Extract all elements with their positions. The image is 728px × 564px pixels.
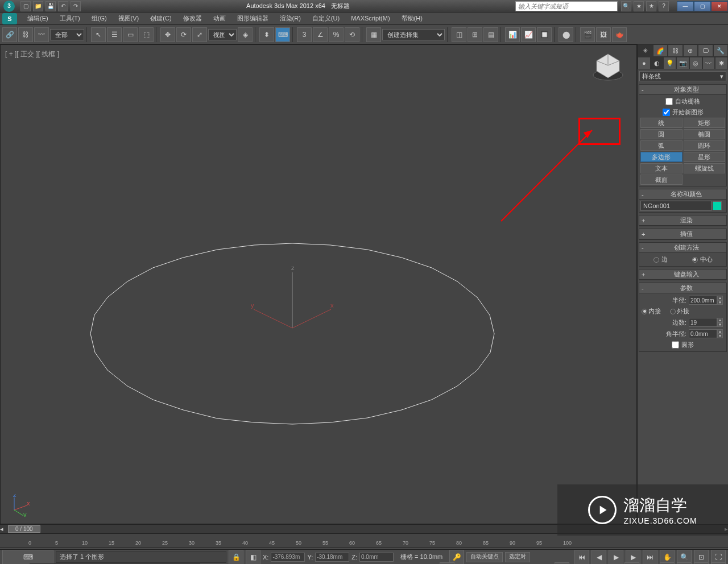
y-coord-input[interactable] — [315, 553, 349, 562]
help-icon[interactable]: ? — [659, 1, 669, 11]
layers-icon[interactable]: ▤ — [483, 27, 498, 42]
display-tab-icon[interactable]: 🖵 — [698, 44, 713, 57]
menu-item[interactable]: 修改器 — [177, 13, 208, 23]
radius-spinner[interactable]: ▲▼ — [689, 296, 723, 305]
minimize-button[interactable]: — — [677, 1, 694, 11]
snap-icon[interactable]: 3 — [297, 27, 312, 42]
motion-tab-icon[interactable]: ⊕ — [683, 44, 698, 57]
time-config-icon[interactable]: ⏱ — [624, 562, 639, 565]
menu-item[interactable]: 图形编辑器 — [231, 13, 274, 23]
timetag-icon[interactable]: 🏷 — [440, 562, 454, 565]
pivot-icon[interactable]: ◈ — [238, 27, 253, 42]
link-icon[interactable]: 🔗 — [2, 27, 17, 42]
z-coord-input[interactable] — [359, 553, 394, 562]
rotate-icon[interactable]: ⟳ — [176, 27, 191, 42]
circumscribed-radio[interactable] — [670, 309, 676, 314]
menu-item[interactable]: 工具(T) — [54, 13, 86, 23]
helpers-subtab-icon[interactable]: ◎ — [689, 57, 702, 69]
object-type-button[interactable]: 矩形 — [684, 118, 726, 128]
menu-item[interactable]: MAXScript(M) — [345, 13, 395, 23]
open-icon[interactable]: 📁 — [33, 1, 43, 11]
nav-zoom-icon[interactable]: 🔍 — [660, 562, 675, 565]
save-icon[interactable]: 💾 — [46, 1, 56, 11]
new-icon[interactable]: ▢ — [20, 1, 31, 11]
shapes-subtab-icon[interactable]: ◐ — [651, 57, 664, 69]
start-new-shape-checkbox[interactable] — [663, 109, 670, 116]
render-setup-icon[interactable]: 🎬 — [580, 27, 595, 42]
angle-snap-icon[interactable]: ∠ — [313, 27, 328, 42]
slider-handle[interactable]: 0 / 100 — [8, 525, 40, 533]
menu-item[interactable]: 创建(C) — [144, 13, 177, 23]
percent-snap-icon[interactable]: % — [329, 27, 344, 42]
systems-subtab-icon[interactable]: ✱ — [715, 57, 728, 69]
object-type-button[interactable]: 文本 — [640, 163, 682, 173]
lights-subtab-icon[interactable]: 💡 — [663, 57, 676, 69]
selection-filter-combo[interactable]: 全部 — [50, 29, 84, 40]
unlink-icon[interactable]: ⛓ — [18, 27, 33, 42]
render-frame-icon[interactable]: 🖼 — [596, 27, 611, 42]
auto-grid-checkbox[interactable] — [665, 98, 673, 105]
utilities-tab-icon[interactable]: 🔧 — [713, 44, 729, 57]
manipulate-icon[interactable]: ⬍ — [259, 27, 274, 42]
object-color-swatch[interactable] — [713, 201, 722, 210]
favorites-icon[interactable]: ★ — [646, 1, 656, 11]
object-type-button[interactable]: 星形 — [684, 152, 726, 162]
key-filter-icon[interactable]: 〰 — [555, 562, 569, 565]
selected-dropdown[interactable]: 选定对 — [505, 552, 530, 562]
menu-item[interactable]: 渲染(R) — [274, 13, 307, 23]
script-listener-icon[interactable]: ⌨ — [2, 550, 53, 565]
spacewarps-subtab-icon[interactable]: 〰 — [702, 57, 715, 69]
edge-radio[interactable] — [653, 257, 659, 263]
object-type-button[interactable]: 椭圆 — [684, 129, 726, 139]
menu-item[interactable]: 自定义(U) — [307, 13, 345, 23]
x-coord-input[interactable] — [271, 553, 305, 562]
modify-tab-icon[interactable]: 🌈 — [653, 44, 668, 57]
application-menu-icon[interactable]: S — [2, 13, 17, 24]
maximize-button[interactable]: ▢ — [694, 1, 711, 11]
category-dropdown[interactable]: 样条线▾ — [639, 71, 726, 81]
auto-key-button[interactable]: 自动关键点 — [466, 552, 503, 562]
goto-end-icon[interactable]: ⏭ — [643, 550, 657, 565]
menu-item[interactable]: 动画 — [208, 13, 231, 23]
scale-icon[interactable]: ⤢ — [192, 27, 207, 42]
select-name-icon[interactable]: ☰ — [107, 27, 122, 42]
isolate-icon[interactable]: ◧ — [246, 550, 260, 565]
play-icon[interactable]: ▶ — [609, 550, 623, 565]
object-type-button[interactable]: 螺旋线 — [684, 163, 726, 173]
circular-checkbox[interactable] — [672, 341, 679, 349]
geometry-subtab-icon[interactable]: ● — [638, 57, 651, 69]
graph-icon[interactable]: 📊 — [505, 27, 520, 42]
sides-spinner[interactable]: ▲▼ — [689, 318, 723, 327]
keyboard-icon[interactable]: ⌨ — [275, 27, 290, 42]
object-type-button[interactable]: 圆环 — [684, 140, 726, 151]
center-radio[interactable] — [692, 257, 698, 263]
time-ruler[interactable]: 0510152025303540455055606570758085909510… — [0, 534, 728, 548]
select-window-icon[interactable]: ⬚ — [139, 27, 154, 42]
communication-icon[interactable]: ★ — [634, 1, 644, 11]
hierarchy-tab-icon[interactable]: ⛓ — [668, 44, 683, 57]
spinner-snap-icon[interactable]: ⟲ — [345, 27, 359, 42]
select-icon[interactable]: ↖ — [91, 27, 106, 42]
inscribed-radio[interactable] — [642, 309, 647, 314]
prev-frame-icon[interactable]: ◀ — [592, 550, 606, 565]
named-selection-combo[interactable]: 创建选择集 — [382, 29, 445, 40]
menu-item[interactable]: 帮助(H) — [396, 13, 428, 23]
material-icon[interactable]: ⬤ — [559, 27, 573, 42]
curve-icon[interactable]: 📈 — [521, 27, 536, 42]
nav-orbit-icon[interactable]: ⊕ — [694, 562, 709, 565]
bind-icon[interactable]: 〰 — [34, 27, 49, 42]
viewport[interactable]: [ + ][ 正交 ][ 线框 ] z y x z x y — [0, 44, 637, 524]
close-button[interactable]: ✕ — [711, 1, 728, 11]
menu-item[interactable]: 视图(V) — [113, 13, 145, 23]
ref-coord-combo[interactable]: 视图 — [208, 29, 237, 40]
render-icon[interactable]: 🫖 — [612, 27, 627, 42]
create-tab-icon[interactable]: ✳ — [638, 44, 653, 57]
select-region-icon[interactable]: ▭ — [123, 27, 138, 42]
help-search-input[interactable] — [515, 1, 618, 11]
schematic-icon[interactable]: 🔲 — [537, 27, 552, 42]
object-type-button[interactable]: 截面 — [640, 175, 682, 185]
goto-start-icon[interactable]: ⏮ — [574, 550, 589, 565]
cameras-subtab-icon[interactable]: 📷 — [676, 57, 689, 69]
align-icon[interactable]: ⊞ — [468, 27, 482, 42]
mirror-icon[interactable]: ◫ — [452, 27, 466, 42]
